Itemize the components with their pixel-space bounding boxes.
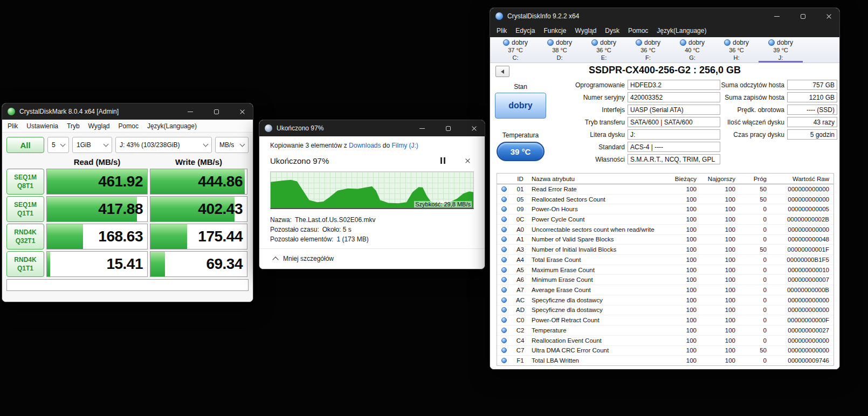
test-label-button[interactable]: RND4K Q1T1 bbox=[6, 251, 44, 277]
source-folder-link[interactable]: Downloads bbox=[349, 142, 381, 149]
menu-item[interactable]: Język(Language) bbox=[147, 122, 197, 130]
menu-item[interactable]: Pomoc bbox=[628, 27, 648, 34]
all-tests-button[interactable]: All bbox=[6, 137, 44, 153]
test-label-button[interactable]: SEQ1M Q1T1 bbox=[6, 196, 44, 222]
copy-detail-row: Pozostało elementów: 1 (173 MB) bbox=[270, 235, 474, 243]
copy-description-text: Kopiowanie 3 elementów z bbox=[270, 142, 347, 149]
write-result-value: 175.44 bbox=[198, 228, 243, 245]
info-row: Numer seryjny 420003352 bbox=[554, 92, 720, 102]
drive-tab[interactable]: dobry 39 °C J: bbox=[759, 37, 803, 63]
menu-item[interactable]: Tryb bbox=[67, 122, 80, 130]
menu-item[interactable]: Wygląd bbox=[88, 122, 110, 130]
attribute-raw-value: 000000000000 bbox=[770, 337, 833, 344]
menu-item[interactable]: Funkcje bbox=[543, 27, 566, 34]
progress-row: Ukończono 97% bbox=[270, 155, 474, 166]
temperature-badge[interactable]: 39 °C bbox=[497, 142, 545, 161]
chevron-down-icon bbox=[240, 142, 245, 147]
menu-item[interactable]: Plik bbox=[8, 122, 18, 130]
cdi-titlebar[interactable]: CrystalDiskInfo 9.2.2 x64 bbox=[490, 8, 839, 24]
drive-tab[interactable]: dobry 36 °C F: bbox=[626, 37, 670, 63]
cdm-minimize-button[interactable] bbox=[180, 103, 201, 120]
cdi-menubar: PlikEdycjaFunkcjeWyglądDyskPomocJęzyk(La… bbox=[490, 24, 839, 37]
pause-button[interactable] bbox=[437, 155, 448, 166]
attribute-id: C2 bbox=[511, 327, 529, 334]
write-result-bar bbox=[150, 252, 165, 276]
menu-item[interactable]: Ustawienia bbox=[26, 122, 58, 130]
attribute-name: Total Erase Count bbox=[529, 256, 665, 263]
test-label-button[interactable]: RND4K Q32T1 bbox=[6, 224, 44, 249]
cdi-content: SSDPR-CX400-256-G2 : 256,0 GB Stan dobry… bbox=[490, 63, 839, 369]
loop-count-select[interactable]: 5 bbox=[47, 137, 69, 153]
drive-tab[interactable]: dobry 36 °C E: bbox=[582, 37, 626, 63]
info-label: Suma zapisów hosta bbox=[721, 94, 784, 101]
cancel-copy-button[interactable] bbox=[462, 155, 473, 166]
info-label: Oprogramowanie bbox=[554, 81, 625, 89]
cdm-titlebar[interactable]: CrystalDiskMark 8.0.4 x64 [Admin] bbox=[2, 103, 253, 120]
read-result-bar bbox=[47, 224, 83, 249]
smart-table-header: ID Nazwa atrybutu Bieżący Najgorszy Próg… bbox=[497, 174, 833, 184]
drive-status-label: dobry bbox=[644, 39, 660, 46]
drive-temp-label: 36 °C bbox=[714, 46, 759, 54]
target-drive-select[interactable]: J: 43% (103/238GiB) bbox=[115, 137, 212, 153]
progress-percent-text: Ukończono 97% bbox=[270, 156, 329, 165]
health-orb-icon bbox=[591, 39, 598, 46]
menu-item[interactable]: Pomoc bbox=[119, 122, 139, 130]
attribute-current-value: 100 bbox=[665, 327, 700, 334]
cdi-close-button[interactable] bbox=[818, 8, 839, 24]
attribute-worst-value: 100 bbox=[700, 317, 739, 323]
unit-value: MB/s bbox=[219, 141, 234, 149]
health-status-button[interactable]: dobry bbox=[495, 93, 546, 119]
drive-tab[interactable]: dobry 38 °C D: bbox=[538, 37, 582, 63]
cdm-maximize-button[interactable] bbox=[205, 103, 227, 120]
attribute-id: A1 bbox=[511, 236, 529, 242]
drive-status-label: dobry bbox=[600, 39, 616, 46]
drive-status-label: dobry bbox=[556, 39, 572, 46]
test-label-button[interactable]: SEQ1M Q8T1 bbox=[6, 169, 44, 195]
menu-item[interactable]: Plik bbox=[497, 27, 507, 34]
drive-tab[interactable]: dobry 37 °C C: bbox=[493, 37, 538, 63]
read-result-value: 168.63 bbox=[98, 228, 143, 245]
copy-titlebar[interactable]: Ukończono 97% bbox=[259, 120, 485, 136]
menu-item[interactable]: Dysk bbox=[605, 27, 619, 34]
test-size-select[interactable]: 1GiB bbox=[72, 137, 112, 153]
attribute-health-orb-icon bbox=[501, 297, 507, 303]
crystaldiskmark-window: CrystalDiskMark 8.0.4 x64 [Admin] PlikUs… bbox=[2, 103, 253, 302]
copy-detail-row: Pozostało czasu: Około: 5 s bbox=[270, 226, 474, 233]
drive-temp-label: 36 °C bbox=[626, 46, 670, 54]
unit-select[interactable]: MB/s bbox=[215, 137, 249, 153]
write-result-cell: 69.34 bbox=[150, 251, 247, 277]
drive-letter-label: D: bbox=[538, 54, 582, 61]
write-result-cell: 175.44 bbox=[150, 224, 247, 249]
menu-item[interactable]: Edycja bbox=[515, 27, 535, 34]
copy-minimize-button[interactable] bbox=[411, 120, 433, 136]
copy-close-button[interactable] bbox=[463, 120, 485, 136]
drive-tab[interactable]: dobry 36 °C H: bbox=[714, 37, 759, 63]
copy-maximize-button[interactable] bbox=[437, 120, 459, 136]
drive-temp-label: 36 °C bbox=[582, 46, 626, 54]
copy-description-text: do bbox=[383, 142, 390, 149]
menu-item[interactable]: Wygląd bbox=[575, 27, 596, 34]
worst-column-header: Najgorszy bbox=[700, 176, 739, 182]
drive-tab[interactable]: dobry 40 °C G: bbox=[670, 37, 714, 63]
info-label: Suma odczytów hosta bbox=[721, 81, 784, 89]
health-orb-icon bbox=[768, 39, 775, 46]
test-name: SEQ1M bbox=[14, 200, 37, 209]
attribute-worst-value: 100 bbox=[700, 307, 739, 313]
attribute-threshold-value: 50 bbox=[739, 196, 770, 203]
write-result-cell: 444.86 bbox=[150, 169, 247, 195]
comment-field[interactable] bbox=[6, 279, 249, 291]
copy-progress-dialog: Ukończono 97% Kopiowanie 3 elementów z D… bbox=[259, 120, 485, 269]
cdm-close-button[interactable] bbox=[231, 103, 253, 120]
drive-letter-label: F: bbox=[626, 54, 670, 61]
cdi-minimize-button[interactable] bbox=[766, 8, 788, 24]
attribute-raw-value: 00000000B1F5 bbox=[770, 256, 833, 263]
health-orb-icon bbox=[503, 39, 509, 46]
destination-folder-link[interactable]: Filmy (J:) bbox=[392, 142, 418, 149]
attribute-name: Power-Off Retract Count bbox=[529, 317, 665, 323]
smart-attribute-row: A1 Number of Valid Spare Blocks 100 100 … bbox=[497, 235, 833, 245]
copy-dialog-icon bbox=[265, 124, 272, 132]
minimize-icon bbox=[774, 16, 780, 17]
menu-item[interactable]: Język(Language) bbox=[657, 27, 706, 34]
fewer-details-toggle[interactable]: Mniej szczegółów bbox=[270, 249, 474, 262]
cdi-maximize-button[interactable] bbox=[792, 8, 814, 24]
